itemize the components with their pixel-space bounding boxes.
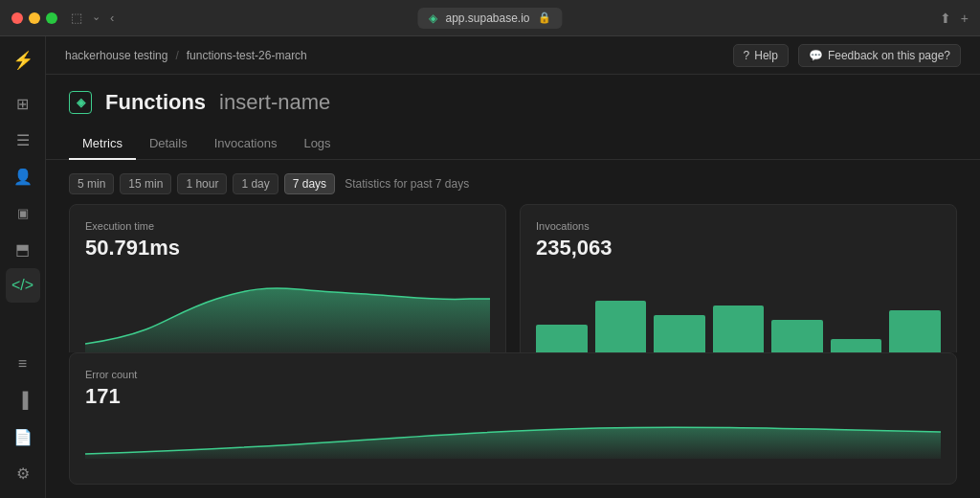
bar-chart bbox=[536, 272, 941, 352]
tabs: Metrics Details Invocations Logs bbox=[46, 128, 980, 160]
titlebar: ⬚ ⌄ ‹ ◈ app.supabase.io 🔒 ⬆ + bbox=[0, 0, 980, 36]
list-icon: ≡ bbox=[18, 355, 27, 373]
tab-logs[interactable]: Logs bbox=[290, 128, 344, 160]
storage-icon: ▣ bbox=[17, 206, 29, 220]
sidebar-item-table-editor[interactable]: ☰ bbox=[6, 123, 40, 157]
topbar-actions: ? Help 💬 Feedback on this page? bbox=[733, 44, 961, 67]
breadcrumb-project[interactable]: hackerhouse testing bbox=[65, 49, 167, 62]
execution-time-card: Execution time 50.791ms bbox=[69, 204, 506, 352]
execution-time-value: 50.791ms bbox=[85, 236, 490, 260]
filter-1day[interactable]: 1 day bbox=[233, 173, 278, 194]
tab-invocations-label: Invocations bbox=[214, 136, 278, 150]
breadcrumb-page[interactable]: functions-test-26-march bbox=[187, 49, 307, 62]
supabase-logo[interactable]: ⚡ bbox=[7, 44, 39, 77]
filter-1hour[interactable]: 1 hour bbox=[177, 173, 227, 194]
maximize-button[interactable] bbox=[46, 12, 57, 24]
error-count-label: Error count bbox=[85, 369, 941, 380]
filter-5min[interactable]: 5 min bbox=[69, 173, 114, 194]
execution-time-svg bbox=[85, 272, 490, 352]
filters: 5 min 15 min 1 hour 1 day 7 days Statist… bbox=[46, 160, 980, 204]
breadcrumb: hackerhouse testing / functions-test-26-… bbox=[65, 49, 307, 62]
filter-description: Statistics for past 7 days bbox=[345, 177, 469, 191]
help-label: Help bbox=[754, 49, 778, 62]
chat-icon: 💬 bbox=[809, 49, 823, 62]
close-button[interactable] bbox=[11, 12, 23, 24]
table-icon: ☰ bbox=[16, 131, 30, 149]
bar-7 bbox=[889, 310, 941, 352]
sidebar-item-storage[interactable]: ▣ bbox=[6, 195, 40, 230]
home-icon: ⊞ bbox=[16, 95, 29, 113]
filter-7days-label: 7 days bbox=[293, 177, 326, 191]
sidebar-item-edge-functions[interactable]: ⬒ bbox=[6, 232, 40, 266]
chevron-down-icon[interactable]: ⌄ bbox=[92, 11, 100, 25]
sidebar-item-logs[interactable]: 📄 bbox=[6, 419, 40, 454]
bar-5 bbox=[771, 320, 823, 352]
execution-time-chart bbox=[85, 272, 490, 349]
url-text: app.supabase.io bbox=[445, 11, 529, 25]
new-tab-icon[interactable]: + bbox=[961, 11, 969, 26]
bar-3 bbox=[654, 315, 705, 352]
page-title-row: ◈ Functions insert-name bbox=[69, 90, 957, 115]
sidebar-toggle-icon[interactable]: ⬚ bbox=[71, 11, 82, 25]
breadcrumb-separator: / bbox=[175, 49, 178, 62]
bar-6 bbox=[831, 339, 882, 352]
url-bar[interactable]: ◈ app.supabase.io 🔒 bbox=[417, 8, 562, 29]
gear-icon: ⚙ bbox=[16, 464, 30, 483]
invocations-value: 235,063 bbox=[536, 236, 941, 260]
code-icon: </> bbox=[11, 277, 33, 294]
titlebar-nav-icons: ⬚ ⌄ ‹ bbox=[71, 11, 114, 25]
filter-15min-label: 15 min bbox=[128, 177, 163, 191]
page-title: Functions bbox=[105, 90, 206, 115]
invocations-label: Invocations bbox=[536, 220, 941, 232]
supabase-favicon-icon: ◈ bbox=[429, 11, 437, 25]
execution-time-label: Execution time bbox=[85, 220, 490, 232]
sidebar-item-sql[interactable]: ≡ bbox=[6, 347, 40, 381]
filter-1day-label: 1 day bbox=[241, 177, 269, 191]
sidebar-item-reports[interactable]: ▐ bbox=[6, 383, 40, 418]
feedback-button[interactable]: 💬 Feedback on this page? bbox=[798, 44, 961, 67]
help-button[interactable]: ? Help bbox=[733, 44, 789, 67]
page-subtitle: insert-name bbox=[219, 90, 330, 115]
bar-4 bbox=[713, 306, 765, 352]
filter-5min-label: 5 min bbox=[78, 177, 105, 191]
bar-1 bbox=[536, 325, 588, 352]
sidebar: ⚡ ⊞ ☰ 👤 ▣ ⬒ </> ≡ ▐ 📄 ⚙ bbox=[0, 36, 46, 498]
feedback-label: Feedback on this page? bbox=[828, 49, 950, 62]
invocations-chart bbox=[536, 272, 941, 349]
error-count-svg bbox=[85, 420, 941, 459]
tab-logs-label: Logs bbox=[303, 136, 330, 150]
filter-15min[interactable]: 15 min bbox=[120, 173, 171, 194]
inbox-icon: ⬒ bbox=[15, 240, 30, 259]
sidebar-item-functions[interactable]: </> bbox=[6, 268, 40, 303]
tab-details[interactable]: Details bbox=[136, 128, 201, 160]
help-icon: ? bbox=[744, 49, 750, 62]
bar-chart-icon: ▐ bbox=[17, 392, 28, 409]
filter-1hour-label: 1 hour bbox=[186, 177, 218, 191]
titlebar-right-icons: ⬆ + bbox=[940, 11, 969, 26]
sidebar-item-authentication[interactable]: 👤 bbox=[6, 159, 40, 193]
diamond-icon: ◈ bbox=[77, 96, 85, 109]
error-count-value: 171 bbox=[85, 384, 941, 409]
tab-invocations[interactable]: Invocations bbox=[201, 128, 291, 160]
error-count-chart bbox=[85, 420, 941, 468]
topbar: hackerhouse testing / functions-test-26-… bbox=[46, 36, 980, 75]
main-content: hackerhouse testing / functions-test-26-… bbox=[46, 36, 980, 498]
functions-icon: ◈ bbox=[69, 91, 92, 114]
tab-details-label: Details bbox=[149, 136, 188, 150]
bar-2 bbox=[595, 301, 647, 352]
sidebar-item-settings[interactable]: ⚙ bbox=[6, 456, 40, 490]
tab-metrics[interactable]: Metrics bbox=[69, 128, 136, 160]
traffic-lights bbox=[11, 12, 57, 24]
page-header: ◈ Functions insert-name bbox=[46, 75, 980, 128]
file-icon: 📄 bbox=[13, 428, 33, 446]
lock-icon: 🔒 bbox=[538, 11, 551, 24]
minimize-button[interactable] bbox=[29, 12, 40, 24]
user-icon: 👤 bbox=[13, 168, 33, 186]
back-icon[interactable]: ‹ bbox=[110, 11, 114, 25]
sidebar-item-home[interactable]: ⊞ bbox=[6, 86, 40, 121]
invocations-card: Invocations 235,063 Apr 1 Apr 1 bbox=[520, 204, 957, 352]
charts-grid: Execution time 50.791ms bbox=[46, 204, 980, 352]
filter-7days[interactable]: 7 days bbox=[284, 173, 335, 194]
tab-metrics-label: Metrics bbox=[82, 136, 122, 150]
share-icon[interactable]: ⬆ bbox=[940, 11, 951, 26]
